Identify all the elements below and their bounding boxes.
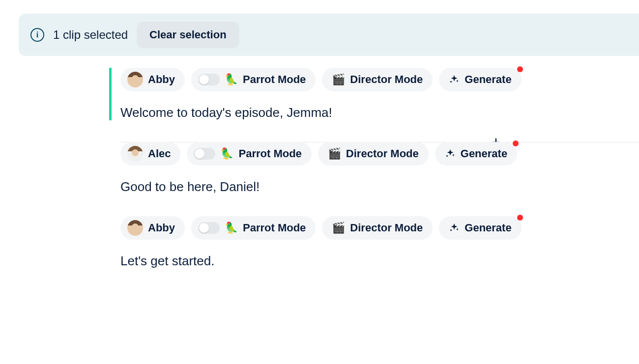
toggle-icon[interactable] (194, 148, 215, 160)
sparkle-icon (449, 74, 460, 85)
info-icon: i (30, 28, 44, 42)
clapper-icon: 🎬 (328, 147, 341, 160)
notification-dot-icon (517, 215, 523, 221)
director-mode-button[interactable]: 🎬 Director Mode (322, 68, 433, 91)
director-mode-label: Director Mode (346, 147, 419, 160)
sparkle-icon (449, 223, 460, 233)
parrot-icon: 🦜 (225, 222, 238, 234)
clip-toolbar: Abby 🦜 Parrot Mode 🎬 Director Mode Gener… (120, 68, 639, 91)
toggle-icon[interactable] (198, 74, 220, 85)
speaker-name: Abby (148, 222, 175, 234)
clip-row[interactable]: Abby 🦜 Parrot Mode 🎬 Director Mode Gener… (109, 68, 639, 120)
speaker-pill[interactable]: Abby (120, 68, 185, 91)
generate-button[interactable]: Generate (435, 142, 517, 166)
clip-text[interactable]: Let's get started. (120, 253, 639, 269)
speaker-pill[interactable]: Abby (120, 216, 185, 240)
avatar-icon (127, 220, 143, 236)
clapper-icon: 🎬 (332, 73, 345, 86)
generate-label: Generate (465, 73, 511, 86)
notification-dot-icon (513, 140, 519, 146)
director-mode-label: Director Mode (350, 73, 423, 86)
parrot-mode-label: Parrot Mode (243, 73, 306, 86)
parrot-mode-label: Parrot Mode (238, 147, 301, 160)
sparkle-icon (445, 148, 456, 159)
clip-toolbar: Abby 🦜 Parrot Mode 🎬 Director Mode Gener… (120, 216, 639, 240)
parrot-mode-button[interactable]: 🦜 Parrot Mode (191, 216, 316, 240)
clips-list: Abby 🦜 Parrot Mode 🎬 Director Mode Gener… (120, 68, 639, 290)
director-mode-label: Director Mode (350, 222, 423, 234)
speaker-name: Abby (148, 73, 175, 86)
generate-label: Generate (465, 222, 511, 234)
generate-button[interactable]: Generate (439, 216, 521, 240)
clapper-icon: 🎬 (332, 222, 345, 234)
director-mode-button[interactable]: 🎬 Director Mode (318, 142, 429, 166)
generate-label: Generate (461, 147, 507, 160)
parrot-mode-button[interactable]: 🦜 Parrot Mode (191, 68, 316, 91)
parrot-mode-button[interactable]: 🦜 Parrot Mode (187, 142, 311, 166)
clear-selection-button[interactable]: Clear selection (137, 22, 239, 48)
parrot-icon: 🦜 (220, 147, 233, 160)
selection-count-text: 1 clip selected (53, 28, 128, 42)
selection-bar: i 1 clip selected Clear selection (19, 14, 639, 56)
toggle-icon[interactable] (198, 222, 220, 234)
clip-row[interactable]: Alec 🦜 Parrot Mode 🎬 Director Mode Gener… (120, 142, 639, 195)
generate-button[interactable]: Generate (439, 68, 521, 91)
parrot-icon: 🦜 (225, 73, 238, 86)
speaker-pill[interactable]: Alec (120, 142, 180, 166)
parrot-mode-label: Parrot Mode (243, 222, 306, 234)
avatar-icon (127, 72, 143, 87)
clip-toolbar: Alec 🦜 Parrot Mode 🎬 Director Mode Gener… (120, 142, 639, 166)
avatar-icon (127, 146, 143, 162)
clip-row[interactable]: Abby 🦜 Parrot Mode 🎬 Director Mode Gener… (120, 216, 639, 269)
speaker-name: Alec (148, 147, 171, 160)
notification-dot-icon (517, 66, 523, 72)
director-mode-button[interactable]: 🎬 Director Mode (322, 216, 433, 240)
clip-text[interactable]: Good to be here, Daniel! (120, 179, 639, 195)
clip-text[interactable]: Welcome to today's episode, Jemma! (120, 105, 639, 120)
